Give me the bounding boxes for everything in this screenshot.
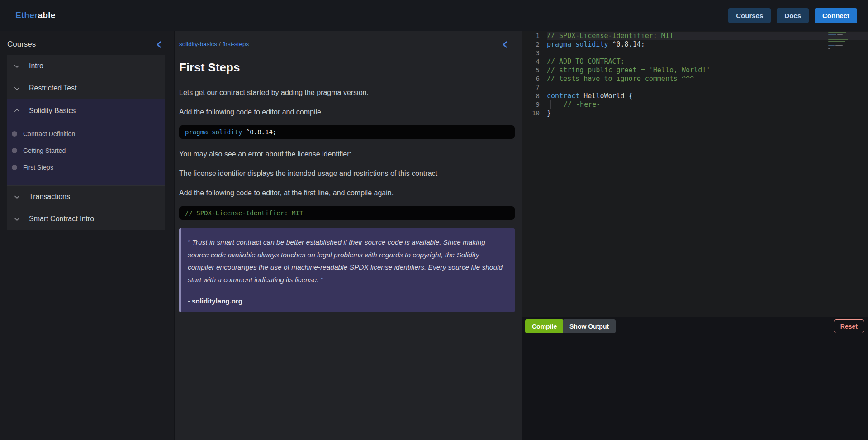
connect-button[interactable]: Connect (815, 8, 857, 23)
lesson-item-label: Contract Definition (23, 130, 75, 137)
editor-line: 8 contract HelloWorld { (522, 92, 868, 100)
code-text: ^0.8.14; (242, 128, 276, 136)
chevron-down-icon (14, 194, 20, 200)
docs-button[interactable]: Docs (777, 8, 809, 23)
line-number: 8 (522, 92, 540, 100)
code-token: // tests have to ignore comments ^^^ (547, 75, 694, 83)
lesson-list: Contract Definition Getting Started Firs… (7, 122, 165, 185)
lesson-content: solidity-basics/first-steps First Steps … (175, 31, 522, 440)
courses-button[interactable]: Courses (728, 8, 771, 23)
lesson-item-label: Getting Started (23, 147, 66, 154)
code-token: HelloWorld { (579, 92, 632, 100)
breadcrumb: solidity-basics/first-steps (179, 41, 515, 47)
line-number: 10 (522, 109, 540, 118)
code-snippet-spdx: // SPDX-License-Identifier: MIT (179, 206, 515, 220)
content-collapse-icon[interactable] (501, 41, 509, 50)
logo[interactable]: Etherable (15, 10, 55, 20)
editor-line: 5 // string public greet = 'Hello, World… (522, 66, 868, 75)
code-snippet-pragma: pragma solidity ^0.8.14; (179, 125, 515, 139)
sidebar-item-label: Transactions (29, 193, 70, 201)
quote-attribution: - soliditylang.org (188, 297, 506, 305)
chevron-down-icon (14, 216, 20, 222)
editor-line: 7 (522, 83, 868, 92)
editor-line: 6 // tests have to ignore comments ^^^ (522, 75, 868, 83)
breadcrumb-lesson-link[interactable]: first-steps (223, 41, 249, 47)
breadcrumb-separator: / (219, 41, 221, 47)
paragraph: The license identifier displays the inte… (179, 170, 515, 178)
code-token: } (547, 109, 551, 117)
sidebar: Courses Intro Restricted Test (0, 31, 174, 440)
lesson-item-first-steps[interactable]: First Steps (7, 159, 165, 175)
code-keyword: pragma solidity (185, 128, 242, 136)
line-number: 5 (522, 66, 540, 75)
code-token: pragma solidity (547, 40, 608, 48)
bullet-icon (12, 131, 17, 137)
lesson-item-getting-started[interactable]: Getting Started (7, 142, 165, 159)
line-number: 2 (522, 40, 540, 49)
editor-line: 1 // SPDX-License-Identifier: MIT (522, 32, 868, 40)
paragraph: Lets get our contract started by adding … (179, 89, 515, 97)
logo-part-ether: Ether (15, 10, 38, 20)
paragraph: Add the following code to editor, at the… (179, 189, 515, 197)
sidebar-item-label: Restricted Test (29, 84, 77, 92)
bullet-icon (12, 165, 17, 170)
line-number: 3 (522, 49, 540, 57)
course-list: Intro Restricted Test Solidity Basics (7, 55, 165, 230)
sidebar-item-label: Intro (29, 62, 43, 70)
code-token: // -here- (564, 100, 600, 109)
code-editor[interactable]: 1 // SPDX-License-Identifier: MIT 2 prag… (522, 31, 868, 317)
sidebar-item-smart-contract-intro[interactable]: Smart Contract Intro (7, 208, 165, 230)
editor-actions-bar: Compile Show Output Reset (522, 317, 868, 440)
quote-block: “ Trust in smart contract can be better … (179, 228, 515, 312)
line-number: 9 (522, 100, 540, 109)
chevron-down-icon (14, 63, 20, 70)
indent-guide (550, 100, 564, 109)
logo-part-able: able (38, 10, 56, 20)
sidebar-item-transactions[interactable]: Transactions (7, 186, 165, 208)
paragraph: Add the following code to editor and com… (179, 108, 515, 116)
sidebar-item-intro[interactable]: Intro (7, 55, 165, 77)
app: Etherable Courses Docs Connect Courses I… (0, 0, 868, 440)
sidebar-collapse-icon[interactable] (155, 41, 163, 48)
sidebar-title: Courses (7, 40, 36, 49)
code-token: ^0.8.14; (608, 40, 645, 48)
navbar: Etherable Courses Docs Connect (0, 0, 868, 31)
code-token: // ADD TO CONTRACT: (547, 57, 625, 66)
lesson-item-label: First Steps (23, 164, 53, 171)
minimap[interactable] (828, 32, 851, 59)
editor-line: 9 // -here- (522, 100, 868, 109)
editor-line: 2 pragma solidity ^0.8.14; (522, 40, 868, 49)
code-token: // SPDX-License-Identifier: MIT (547, 32, 674, 40)
navbar-buttons: Courses Docs Connect (728, 8, 857, 23)
show-output-button[interactable]: Show Output (563, 319, 616, 333)
code-token: contract (547, 92, 579, 100)
bullet-icon (12, 148, 17, 153)
paragraph: You may also see an error about the lice… (179, 150, 515, 158)
editor-line: 4 // ADD TO CONTRACT: (522, 57, 868, 66)
code-comment: // SPDX-License-Identifier: MIT (185, 209, 303, 217)
editor-line: 10 } (522, 109, 868, 118)
sidebar-header: Courses (0, 31, 174, 55)
editor-line: 3 (522, 49, 868, 57)
quote-text: “ Trust in smart contract can be better … (188, 236, 506, 286)
reset-button[interactable]: Reset (834, 319, 864, 333)
sidebar-item-label: Smart Contract Intro (29, 215, 94, 223)
sidebar-item-solidity-basics[interactable]: Solidity Basics (7, 99, 165, 122)
line-number: 1 (522, 32, 540, 40)
code-token: // string public greet = 'Hello, World!' (547, 66, 710, 74)
line-number: 7 (522, 83, 540, 92)
line-number: 4 (522, 57, 540, 66)
page-title: First Steps (179, 61, 515, 75)
line-number: 6 (522, 75, 540, 83)
lesson-item-contract-definition[interactable]: Contract Definition (7, 125, 165, 142)
sidebar-item-restricted-test[interactable]: Restricted Test (7, 77, 165, 99)
chevron-up-icon (14, 107, 20, 114)
sidebar-section-solidity-basics: Solidity Basics Contract Definition Gett… (7, 99, 165, 186)
sidebar-item-label: Solidity Basics (29, 107, 76, 115)
editor-panel: 1 // SPDX-License-Identifier: MIT 2 prag… (522, 31, 868, 440)
compile-button[interactable]: Compile (525, 319, 564, 333)
breadcrumb-course-link[interactable]: solidity-basics (179, 41, 217, 47)
chevron-down-icon (14, 85, 20, 92)
